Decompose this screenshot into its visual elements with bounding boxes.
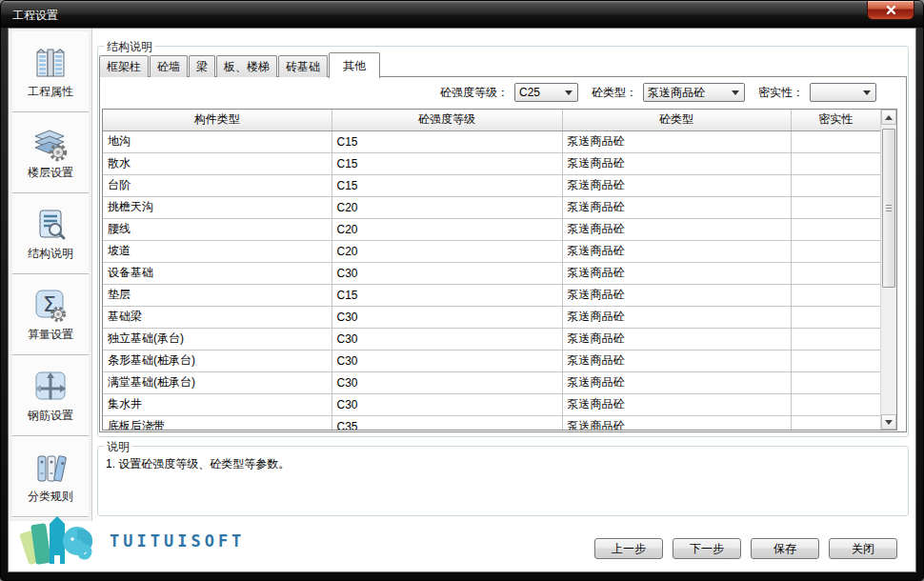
cell-strength-grade[interactable]: C30 — [331, 350, 562, 371]
cell-component-type[interactable]: 条形基础(桩承台) — [103, 350, 331, 371]
cell-density[interactable] — [791, 174, 880, 196]
tab-1[interactable]: 砼墙 — [150, 55, 188, 77]
cell-strength-grade[interactable]: C20 — [331, 240, 562, 262]
prev-step-button[interactable]: 上一步 — [594, 538, 663, 559]
cell-concrete-type[interactable]: 泵送商品砼 — [562, 306, 791, 328]
table-row[interactable]: 设备基础C30泵送商品砼 — [103, 262, 880, 284]
table-row[interactable]: 散水C15泵送商品砼 — [103, 152, 880, 174]
scroll-up-button[interactable] — [881, 110, 896, 125]
cell-strength-grade[interactable]: C30 — [331, 306, 562, 328]
table-row[interactable]: 底板后浇带C35泵送商品砼 — [103, 415, 880, 431]
cell-strength-grade[interactable]: C30 — [331, 393, 562, 415]
cell-component-type[interactable]: 台阶 — [103, 174, 331, 196]
table-row[interactable]: 地沟C15泵送商品砼 — [103, 130, 880, 152]
cell-density[interactable] — [791, 328, 880, 350]
cell-component-type[interactable]: 地沟 — [103, 130, 331, 152]
cell-concrete-type[interactable]: 泵送商品砼 — [562, 328, 791, 350]
cell-density[interactable] — [791, 306, 880, 328]
cell-density[interactable] — [791, 196, 880, 218]
table-row[interactable]: 满堂基础(桩承台)C30泵送商品砼 — [103, 371, 880, 393]
save-button[interactable]: 保存 — [751, 538, 819, 559]
cell-density[interactable] — [791, 393, 880, 415]
sidebar-item-project-properties[interactable]: 工程属性 — [12, 31, 89, 112]
strength-grade-select[interactable]: C25 — [514, 83, 578, 102]
cell-concrete-type[interactable]: 泵送商品砼 — [562, 218, 791, 240]
cell-strength-grade[interactable]: C20 — [331, 196, 562, 218]
density-select[interactable] — [810, 83, 876, 102]
cell-component-type[interactable]: 底板后浇带 — [103, 415, 331, 431]
sidebar-item-structure-description[interactable]: 结构说明 — [12, 193, 89, 274]
tab-2[interactable]: 梁 — [189, 55, 215, 77]
cell-concrete-type[interactable]: 泵送商品砼 — [562, 240, 791, 262]
note-text: 1. 设置砼强度等级、砼类型等参数。 — [106, 456, 290, 472]
table-row[interactable]: 基础梁C30泵送商品砼 — [103, 306, 880, 328]
cell-density[interactable] — [791, 218, 880, 240]
concrete-type-select[interactable]: 泵送商品砼 — [643, 83, 745, 102]
table-row[interactable]: 独立基础(承台)C30泵送商品砼 — [103, 328, 880, 350]
cell-strength-grade[interactable]: C15 — [331, 284, 562, 306]
cell-component-type[interactable]: 散水 — [103, 152, 331, 174]
sidebar-item-floor-settings[interactable]: 楼层设置 — [12, 112, 89, 193]
cell-component-type[interactable]: 垫层 — [103, 284, 331, 306]
cell-strength-grade[interactable]: C15 — [331, 130, 562, 152]
cell-component-type[interactable]: 基础梁 — [103, 306, 331, 328]
column-header: 砼强度等级 — [331, 110, 562, 130]
cell-density[interactable] — [791, 415, 880, 431]
cell-density[interactable] — [791, 350, 880, 371]
cell-concrete-type[interactable]: 泵送商品砼 — [562, 415, 791, 431]
cell-concrete-type[interactable]: 泵送商品砼 — [562, 284, 791, 306]
cell-strength-grade[interactable]: C35 — [331, 415, 562, 431]
table-row[interactable]: 腰线C20泵送商品砼 — [103, 218, 880, 240]
table-row[interactable]: 挑檐天沟C20泵送商品砼 — [103, 196, 880, 218]
cell-component-type[interactable]: 坡道 — [103, 240, 331, 262]
close-button[interactable]: 关闭 — [829, 538, 897, 559]
table-header-row: 构件类型砼强度等级砼类型密实性 — [103, 110, 880, 130]
cell-concrete-type[interactable]: 泵送商品砼 — [562, 174, 791, 196]
cell-density[interactable] — [791, 262, 880, 284]
table-row[interactable]: 垫层C15泵送商品砼 — [103, 284, 880, 306]
cell-strength-grade[interactable]: C20 — [331, 218, 562, 240]
cell-component-type[interactable]: 独立基础(承台) — [103, 328, 331, 350]
cell-concrete-type[interactable]: 泵送商品砼 — [562, 152, 791, 174]
cell-component-type[interactable]: 满堂基础(桩承台) — [103, 371, 331, 393]
cell-strength-grade[interactable]: C30 — [331, 262, 562, 284]
sidebar-item-classification-rules[interactable]: 分类规则 — [12, 436, 89, 517]
cell-concrete-type[interactable]: 泵送商品砼 — [562, 196, 791, 218]
scroll-down-button[interactable] — [881, 414, 896, 430]
table-row[interactable]: 集水井C30泵送商品砼 — [103, 393, 880, 415]
next-step-button[interactable]: 下一步 — [673, 538, 741, 559]
scrollbar-thumb[interactable] — [882, 129, 895, 288]
cell-strength-grade[interactable]: C30 — [331, 328, 562, 350]
table-row[interactable]: 坡道C20泵送商品砼 — [103, 240, 880, 262]
cell-component-type[interactable]: 挑檐天沟 — [103, 196, 331, 218]
cell-density[interactable] — [791, 284, 880, 306]
tab-0[interactable]: 框架柱 — [99, 55, 149, 77]
sidebar-item-rebar-settings[interactable]: 钢筋设置 — [12, 355, 89, 436]
close-window-button[interactable] — [867, 1, 914, 20]
building-icon — [31, 43, 70, 83]
tab-3[interactable]: 板、楼梯 — [216, 55, 277, 77]
cell-component-type[interactable]: 集水井 — [103, 393, 331, 415]
cell-strength-grade[interactable]: C15 — [331, 174, 562, 196]
tab-4[interactable]: 砖基础 — [278, 55, 328, 77]
cell-strength-grade[interactable]: C30 — [331, 371, 562, 393]
cell-concrete-type[interactable]: 泵送商品砼 — [562, 130, 791, 152]
cell-concrete-type[interactable]: 泵送商品砼 — [562, 371, 791, 393]
cell-component-type[interactable]: 腰线 — [103, 218, 331, 240]
cell-concrete-type[interactable]: 泵送商品砼 — [562, 350, 791, 371]
sidebar-item-quantity-settings[interactable]: Σ算量设置 — [12, 274, 89, 355]
thumb-grip-icon — [886, 205, 892, 212]
cell-strength-grade[interactable]: C15 — [331, 152, 562, 174]
cell-component-type[interactable]: 设备基础 — [103, 262, 331, 284]
cell-concrete-type[interactable]: 泵送商品砼 — [562, 262, 791, 284]
tab-5-active[interactable]: 其他 — [329, 52, 380, 78]
table-row[interactable]: 台阶C15泵送商品砼 — [103, 174, 880, 196]
vertical-scrollbar[interactable] — [880, 110, 896, 430]
cell-density[interactable] — [791, 240, 880, 262]
cell-concrete-type[interactable]: 泵送商品砼 — [562, 393, 791, 415]
arrow-up-icon — [885, 115, 893, 120]
cell-density[interactable] — [791, 130, 880, 152]
table-row[interactable]: 条形基础(桩承台)C30泵送商品砼 — [103, 350, 880, 371]
cell-density[interactable] — [791, 152, 880, 174]
cell-density[interactable] — [791, 371, 880, 393]
